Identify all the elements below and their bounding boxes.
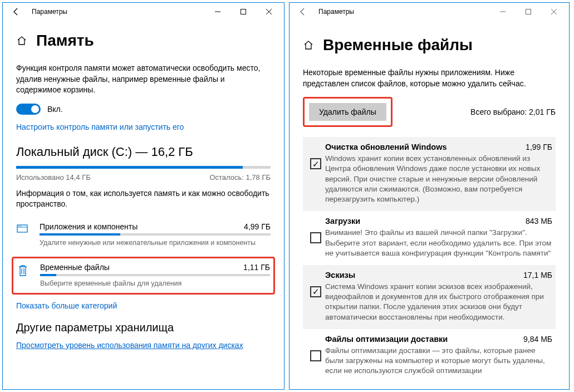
window-title: Параметры [27, 8, 205, 16]
item-size: 9,84 МБ [523, 335, 552, 344]
view-other-disks-link[interactable]: Просмотреть уровень использования памяти… [16, 341, 271, 350]
item-checkbox[interactable] [310, 232, 321, 243]
highlight-delete-button: Удалить файлы [303, 97, 393, 127]
item-checkbox[interactable]: ✓ [310, 158, 321, 169]
trash-icon [17, 263, 40, 277]
item-name: Очистка обновлений Windows [325, 143, 447, 151]
home-icon[interactable] [303, 40, 314, 51]
category-name: Приложения и компоненты [40, 222, 138, 231]
other-storage-heading: Другие параметры хранилища [16, 321, 271, 334]
category-size: 4,99 ГБ [244, 222, 271, 231]
item-size: 843 МБ [526, 217, 552, 226]
item-description: Система Windows хранит копии эскизов все… [325, 282, 552, 322]
category-apps[interactable]: Приложения и компоненты 4,99 ГБ Удалите … [16, 218, 271, 253]
category-name: Временные файлы [40, 263, 110, 272]
toggle-label: Вкл. [47, 105, 63, 114]
apps-icon [16, 222, 40, 236]
temp-file-item[interactable]: Загрузки843 МБВнимание! Это файлы из ваш… [303, 211, 556, 265]
svg-rect-7 [19, 226, 20, 226]
storage-sense-toggle[interactable] [16, 104, 41, 115]
svg-rect-8 [21, 226, 21, 226]
close-button[interactable] [541, 3, 567, 21]
temp-files-description: Некоторые временные файлы нужны приложен… [303, 67, 556, 89]
close-button[interactable] [256, 3, 282, 21]
page-title: Временные файлы [323, 36, 473, 54]
total-selected-label: Всего выбрано: 2,01 ГБ [470, 107, 556, 116]
disk-description: Информация о том, как используется памят… [16, 188, 271, 210]
titlebar: Параметры [290, 3, 569, 21]
item-size: 17,1 МБ [523, 271, 552, 280]
item-name: Загрузки [325, 217, 360, 226]
home-icon[interactable] [16, 35, 27, 46]
window-title: Параметры [314, 8, 490, 16]
item-name: Эскизы [325, 271, 355, 280]
disk-usage-bar [16, 166, 271, 169]
temp-files-window: Параметры Временные файлы Некоторые врем… [289, 2, 570, 390]
back-button[interactable] [292, 7, 314, 16]
item-checkbox[interactable]: ✓ [310, 286, 321, 297]
svg-rect-1 [241, 9, 246, 14]
item-checkbox[interactable] [310, 350, 321, 361]
disk-remaining-label: Осталось: 1,78 ГБ [209, 173, 271, 182]
temp-file-item[interactable]: ✓Эскизы17,1 МБСистема Windows хранит коп… [303, 265, 556, 329]
category-temp-files[interactable]: Временные файлы 1,11 ГБ Выберите временн… [17, 261, 270, 288]
temp-file-item[interactable]: Файлы оптимизации доставки9,84 МБФайлы о… [303, 329, 556, 383]
svg-rect-10 [526, 9, 531, 14]
temp-file-item[interactable]: ✓Очистка обновлений Windows1,99 ГБWindow… [303, 137, 556, 211]
disk-used-label: Использовано 14,4 ГБ [16, 173, 91, 182]
minimize-button[interactable] [490, 3, 516, 21]
show-more-categories-link[interactable]: Показать больше категорий [16, 301, 271, 310]
item-size: 1,99 ГБ [526, 143, 552, 151]
titlebar: Параметры [3, 3, 284, 21]
storage-settings-window: Параметры Память Функция контроля памяти… [2, 2, 284, 390]
item-description: Windows хранит копии всех установленных … [325, 154, 552, 204]
svg-rect-6 [18, 226, 19, 226]
item-description: Файлы оптимизации доставки — это файлы, … [325, 346, 552, 376]
storage-description: Функция контроля памяти может автоматиче… [16, 63, 271, 96]
configure-storage-sense-link[interactable]: Настроить контроль памяти или запустить … [16, 122, 271, 131]
highlight-temp-files: Временные файлы 1,11 ГБ Выберите временн… [12, 257, 275, 295]
temp-files-list: ✓Очистка обновлений Windows1,99 ГБWindow… [303, 137, 556, 383]
page-title: Память [36, 32, 94, 50]
item-name: Файлы оптимизации доставки [325, 335, 448, 344]
category-hint: Удалите ненужные или нежелательные прило… [40, 239, 271, 247]
minimize-button[interactable] [205, 3, 230, 21]
item-description: Внимание! Это файлы из вашей личной папк… [325, 228, 552, 258]
local-disk-heading: Локальный диск (C:) — 16,2 ГБ [16, 145, 271, 159]
maximize-button[interactable] [230, 3, 256, 21]
category-size: 1,11 ГБ [243, 263, 270, 272]
maximize-button[interactable] [516, 3, 541, 21]
category-hint: Выберите временные файлы для удаления [40, 280, 270, 287]
back-button[interactable] [5, 7, 27, 16]
delete-files-button[interactable]: Удалить файлы [309, 103, 386, 121]
